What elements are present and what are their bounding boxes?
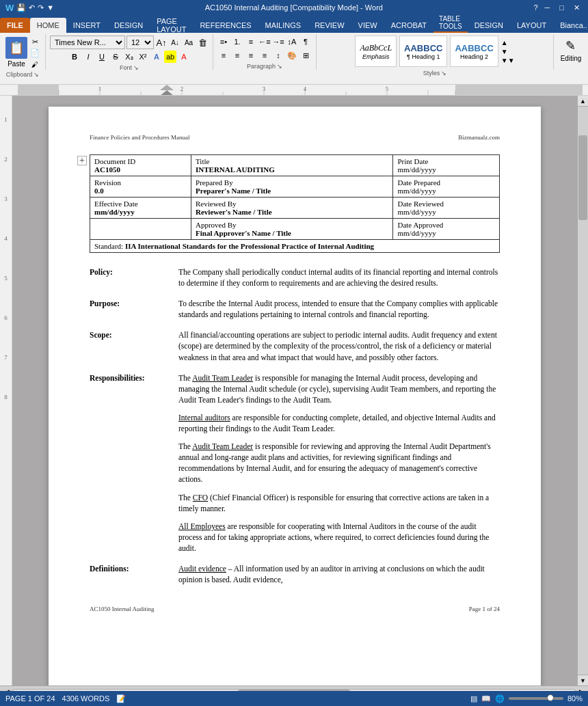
editing-button[interactable]: ✎ Editing (561, 38, 582, 62)
sort-button[interactable]: ↕A (286, 36, 298, 48)
styles-scroll-up[interactable]: ▲ ▼ ▼▼ (501, 39, 515, 64)
bold-button[interactable]: B (68, 51, 81, 63)
help-icon[interactable]: ? (533, 3, 537, 12)
view-web-btn[interactable]: 🌐 (495, 694, 505, 697)
vertical-scrollbar[interactable]: ▲ ▼ (577, 96, 588, 685)
superscript-button[interactable]: X² (137, 51, 149, 63)
table-row: Revision0.0 Prepared ByPreparer's Name /… (90, 176, 500, 198)
tab-home[interactable]: HOME (30, 18, 66, 33)
highlight-button[interactable]: ab (164, 51, 176, 63)
bullets-button[interactable]: ≡• (217, 36, 230, 48)
minimize-btn[interactable]: ─ (542, 3, 553, 12)
font-size-select[interactable]: 12 (126, 36, 154, 49)
track-changes-icon[interactable]: 📝 (116, 694, 126, 697)
borders-button[interactable]: ⊞ (299, 49, 312, 62)
svg-text:1: 1 (98, 86, 101, 92)
text-effects-button[interactable]: A (150, 51, 163, 63)
scope-content: All financial/accounting operations are … (178, 329, 500, 362)
paste-button[interactable]: 📋 Paste (4, 36, 29, 70)
close-btn[interactable]: ✕ (571, 3, 583, 12)
document-area: Finance Policies and Procedures Manual B… (12, 96, 577, 685)
subscript-button[interactable]: X₂ (123, 51, 135, 63)
quick-access-redo[interactable]: ↷ (38, 3, 44, 12)
multilevel-list-button[interactable]: ≡ (245, 36, 257, 48)
quick-access-save[interactable]: 💾 (16, 3, 26, 12)
quick-access-more[interactable]: ▼ (46, 3, 54, 12)
tab-tt-design[interactable]: DESIGN (468, 18, 510, 33)
styles-expand[interactable]: ↘ (441, 70, 446, 77)
tab-review[interactable]: REVIEW (308, 18, 351, 33)
title-bar-title: AC1050 Internal Auditing [Compatibility … (54, 3, 533, 12)
shading-button[interactable]: 🎨 (286, 49, 298, 62)
quick-access-undo[interactable]: ↶ (29, 3, 35, 12)
font-name-select[interactable]: Times New R... (50, 36, 125, 49)
decrease-indent-button[interactable]: ←≡ (258, 36, 271, 48)
tab-file[interactable]: FILE (0, 18, 30, 33)
revision-cell: Revision0.0 (90, 176, 191, 198)
numbering-button[interactable]: 1. (231, 36, 243, 48)
policy-text: The Company shall periodically conduct i… (178, 267, 500, 288)
align-right-button[interactable]: ≡ (245, 49, 257, 62)
scroll-down-button[interactable]: ▼ (578, 675, 588, 685)
paragraph-expand[interactable]: ↘ (277, 63, 282, 70)
show-marks-button[interactable]: ¶ (299, 36, 312, 48)
table-insert-plus[interactable]: + (77, 156, 87, 165)
style-heading2[interactable]: AABBCC Heading 2 (450, 36, 498, 67)
date-reviewed-cell: Date Reviewedmm/dd/yyyy (393, 198, 500, 219)
audit-team-leader-1: Audit Team Leader (192, 374, 253, 382)
align-left-button[interactable]: ≡ (217, 49, 230, 62)
font-expand[interactable]: ↘ (133, 64, 139, 71)
tab-references[interactable]: REFERENCES (193, 18, 258, 33)
cut-button[interactable]: ✂ (29, 37, 41, 47)
tab-design[interactable]: DESIGN (107, 18, 150, 33)
font-group: Times New R... 12 A↑ A↓ Aa 🗑 B I U S X₂ … (46, 34, 213, 70)
header-right: Bizmanualz.com (458, 134, 500, 141)
justify-button[interactable]: ≡ (258, 49, 271, 62)
underline-button[interactable]: U (96, 51, 108, 63)
table-row: Document IDAC1050 TitleINTERNAL AUDITING… (90, 155, 500, 176)
document-page: Finance Policies and Procedures Manual B… (49, 107, 541, 685)
italic-button[interactable]: I (82, 51, 94, 63)
scroll-track[interactable] (578, 107, 588, 675)
change-case-button[interactable]: Aa (183, 36, 195, 49)
grow-font-button[interactable]: A↑ (155, 36, 168, 49)
view-reading-btn[interactable]: 📖 (481, 694, 491, 697)
svg-text:4: 4 (304, 86, 306, 92)
definitions-content: Audit evidence – All information used by… (178, 563, 500, 585)
purpose-text: To describe the Internal Audit process, … (178, 298, 500, 320)
line-spacing-button[interactable]: ↕ (272, 49, 284, 62)
align-center-button[interactable]: ≡ (231, 49, 243, 62)
clipboard-expand[interactable]: ↘ (34, 71, 39, 78)
scope-text: All financial/accounting operations are … (178, 329, 500, 362)
resp-para-2: Internal auditors are responsible for co… (178, 412, 500, 434)
user-account[interactable]: Bianca... (553, 18, 588, 33)
scroll-up-button[interactable]: ▲ (578, 96, 588, 107)
style-emphasis[interactable]: AaBbCcL Emphasis (355, 36, 397, 67)
maximize-btn[interactable]: □ (557, 3, 567, 12)
tab-view[interactable]: VIEW (351, 18, 384, 33)
strikethrough-button[interactable]: S (109, 51, 122, 63)
editing-group: ✎ Editing . (554, 34, 588, 70)
tab-page-layout[interactable]: PAGE LAYOUT (150, 18, 193, 33)
footer-right: Page 1 of 24 (469, 606, 500, 612)
font-color-button[interactable]: A (178, 51, 190, 63)
definitions-label: Definitions: (90, 563, 178, 585)
tab-tt-layout[interactable]: LAYOUT (510, 18, 553, 33)
responsibilities-label: Responsibilities: (90, 372, 178, 554)
view-print-btn[interactable]: ▤ (470, 694, 477, 697)
shrink-font-button[interactable]: A↓ (169, 36, 181, 49)
style-heading1[interactable]: AABBCC ¶ Heading 1 (399, 36, 447, 67)
tab-mailings[interactable]: MAILINGS (258, 18, 308, 33)
prepared-by-cell: Prepared ByPreparer's Name / Title (191, 176, 393, 198)
tab-insert[interactable]: INSERT (66, 18, 107, 33)
copy-button[interactable]: 📄 (29, 48, 41, 58)
scroll-thumb[interactable] (578, 135, 587, 221)
increase-indent-button[interactable]: →≡ (272, 36, 284, 48)
scope-section: Scope: All financial/accounting operatio… (90, 329, 500, 362)
tab-acrobat[interactable]: ACROBAT (384, 18, 433, 33)
clear-format-button[interactable]: 🗑 (196, 36, 209, 49)
svg-text:3: 3 (263, 86, 265, 92)
status-bar: PAGE 1 OF 24 4306 WORDS 📝 ▤ 📖 🌐 80% (0, 691, 588, 696)
effective-date-cell: Effective Datemm/dd/yyyy (90, 198, 191, 219)
format-painter-button[interactable]: 🖌 (29, 59, 41, 70)
